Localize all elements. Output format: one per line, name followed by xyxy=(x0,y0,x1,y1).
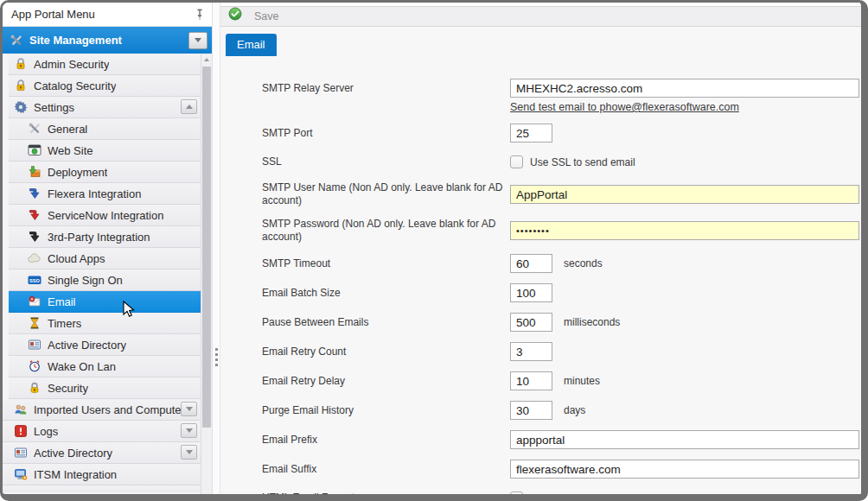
email-batch-size-input[interactable] xyxy=(510,283,552,302)
field-label: SSL xyxy=(262,155,510,168)
smtp-username-input[interactable] xyxy=(510,185,859,204)
form-row: Purge Email History days xyxy=(262,401,861,420)
splitter-grip-icon[interactable] xyxy=(215,348,218,366)
sidebar-item-logs[interactable]: Logs xyxy=(3,421,201,442)
form-row: SMTP User Name (Non AD only. Leave blank… xyxy=(262,181,861,207)
toolbar: Save xyxy=(220,6,861,27)
field-suffix: minutes xyxy=(564,375,600,387)
form-row: SMTP Port xyxy=(262,124,861,143)
field-label: Email Retry Delay xyxy=(262,375,510,388)
form-row: Email Batch Size xyxy=(262,283,861,302)
group-header-label: Site Management xyxy=(29,34,188,47)
lock-icon xyxy=(14,79,28,92)
users-icon xyxy=(14,403,28,416)
sidebar-item-admin-security[interactable]: Admin Security xyxy=(9,54,201,75)
sidebar-item-imported-users-and-computers[interactable]: Imported Users and Computers xyxy=(3,399,201,421)
sidebar-item-catalog-security[interactable]: Catalog Security xyxy=(9,75,201,97)
sidebar-item-email[interactable]: Email xyxy=(9,291,201,313)
address-book-icon xyxy=(14,446,28,460)
sidebar-item-security[interactable]: Security xyxy=(9,377,201,399)
address-book-icon xyxy=(28,338,41,352)
field-suffix: milliseconds xyxy=(564,316,620,328)
tools-icon xyxy=(10,34,23,48)
app-portal-window: App Portal Menu Site Management Admin Se… xyxy=(0,0,868,501)
sso-icon: SSO xyxy=(28,273,41,287)
sidebar-item-flexera-integration[interactable]: Flexera Integration xyxy=(9,183,201,205)
save-label: Save xyxy=(254,10,279,22)
form-row: SMTP Relay Server Send test email to pho… xyxy=(262,79,861,113)
padlock-icon xyxy=(28,381,41,395)
pane-splitter[interactable] xyxy=(212,3,220,494)
form-row: HTML Email Format xyxy=(262,489,861,501)
form-row: Email Retry Delay minutes xyxy=(262,371,861,390)
form-row: SMTP Password (Non AD only. Leave blank … xyxy=(262,218,861,244)
email-suffix-input[interactable] xyxy=(510,460,859,479)
field-label: SMTP Password (Non AD only. Leave blank … xyxy=(262,218,510,244)
sidebar-title: App Portal Menu xyxy=(11,8,193,21)
sidebar: App Portal Menu Site Management Admin Se… xyxy=(3,3,212,494)
sidebar-item-timers[interactable]: Timers xyxy=(9,313,201,334)
smtp-port-input[interactable] xyxy=(510,124,552,143)
sidebar-item-wake-on-lan[interactable]: Wake On Lan xyxy=(9,356,201,377)
field-label: Email Retry Count xyxy=(262,346,510,358)
field-suffix: seconds xyxy=(564,257,603,270)
smtp-timeout-input[interactable] xyxy=(510,254,552,273)
sidebar-item-itsm-integration[interactable]: ITSM Integration xyxy=(3,464,201,485)
sidebar-scrollbar[interactable] xyxy=(201,54,212,494)
field-label: HTML Email Format xyxy=(262,491,510,501)
sidebar-item-web-site[interactable]: Web Site xyxy=(9,140,201,162)
field-suffix: days xyxy=(564,404,585,416)
field-label: SMTP User Name (Non AD only. Leave blank… xyxy=(262,181,510,207)
email-retry-delay-input[interactable] xyxy=(510,371,552,390)
active-directory-collapse-button[interactable] xyxy=(181,445,197,460)
scroll-up-icon[interactable] xyxy=(201,54,212,66)
svg-text:SSO: SSO xyxy=(29,278,40,283)
html-email-format-checkbox[interactable] xyxy=(510,491,523,501)
smtp-password-input[interactable] xyxy=(510,221,859,240)
sidebar-item-single-sign-on[interactable]: SSO Single Sign On xyxy=(9,270,201,291)
email-settings-form: SMTP Relay Server Send test email to pho… xyxy=(226,56,861,501)
sidebar-item-deployment[interactable]: Deployment xyxy=(9,162,201,183)
field-label: SMTP Timeout xyxy=(262,257,510,270)
sidebar-item-cloud-apps[interactable]: Cloud Apps xyxy=(9,248,201,270)
settings-collapse-button[interactable] xyxy=(181,99,197,114)
sidebar-item-servicenow-integration[interactable]: ServiceNow Integration xyxy=(9,205,201,226)
field-label: SMTP Port xyxy=(262,127,510,140)
itsm-icon xyxy=(14,467,28,481)
form-row: Email Retry Count xyxy=(262,342,861,361)
sidebar-item-partial[interactable] xyxy=(3,485,201,492)
sidebar-scrollbar-thumb[interactable] xyxy=(202,67,211,428)
integration-black-icon xyxy=(28,230,41,244)
sidebar-item-active-directory-group[interactable]: Active Directory xyxy=(3,442,201,464)
logs-collapse-button[interactable] xyxy=(181,423,197,438)
tools-icon xyxy=(28,122,41,136)
lock-icon xyxy=(14,57,28,71)
sidebar-item-3rd-party-integration[interactable]: 3rd-Party Integration xyxy=(9,226,201,248)
email-retry-count-input[interactable] xyxy=(510,342,552,361)
sidebar-item-active-directory[interactable]: Active Directory xyxy=(9,334,201,356)
imported-users-collapse-button[interactable] xyxy=(181,402,197,416)
deployment-icon xyxy=(28,165,41,179)
sidebar-item-general[interactable]: General xyxy=(9,118,201,140)
field-label: Email Suffix xyxy=(262,463,510,476)
sidebar-item-settings[interactable]: Settings xyxy=(9,97,201,118)
content-area: Email SMTP Relay Server Send test email … xyxy=(220,27,861,501)
smtp-relay-server-input[interactable] xyxy=(510,79,859,98)
integration-red-icon xyxy=(28,208,41,222)
save-button[interactable]: Save xyxy=(228,7,279,26)
gear-icon xyxy=(14,100,28,114)
send-test-email-link[interactable]: Send test email to phowe@flexerasoftware… xyxy=(510,101,859,113)
pause-between-emails-input[interactable] xyxy=(510,313,552,332)
pushpin-icon[interactable] xyxy=(193,8,207,22)
sidebar-header: App Portal Menu xyxy=(3,3,212,27)
purge-email-history-input[interactable] xyxy=(510,401,552,420)
sidebar-group-site-management[interactable]: Site Management xyxy=(3,27,212,54)
email-prefix-input[interactable] xyxy=(510,430,859,449)
ssl-checkbox[interactable] xyxy=(510,155,523,168)
cloud-icon xyxy=(28,251,41,265)
group-collapse-button[interactable] xyxy=(188,32,207,49)
form-row: Email Prefix xyxy=(262,430,861,449)
website-icon xyxy=(28,143,41,157)
tab-email[interactable]: Email xyxy=(226,34,277,56)
field-label: Email Prefix xyxy=(262,434,510,447)
